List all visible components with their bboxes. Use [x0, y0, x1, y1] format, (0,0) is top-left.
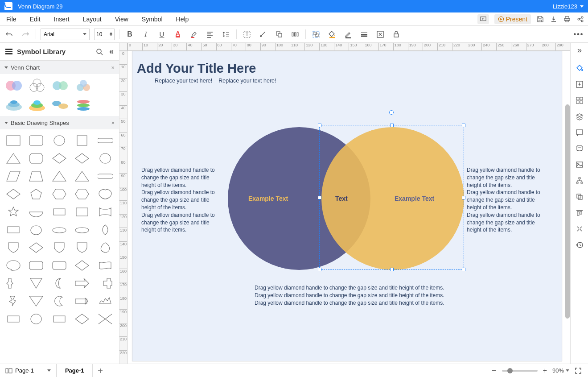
zoom-out-button[interactable]: −	[492, 366, 497, 375]
shape-thumb[interactable]	[27, 152, 45, 165]
subtitle-2[interactable]: Replace your text here!	[218, 78, 276, 84]
shape-thumb[interactable]	[73, 223, 91, 236]
menu-file[interactable]: File	[6, 16, 16, 23]
font-color-button[interactable]: A	[172, 29, 184, 40]
shape-thumb[interactable]	[50, 241, 68, 254]
resize-handle[interactable]	[462, 268, 465, 271]
fullscreen-button[interactable]	[575, 367, 582, 374]
resize-handle[interactable]	[318, 124, 321, 127]
shape-thumb[interactable]	[73, 241, 91, 254]
venn-shape[interactable]	[51, 97, 70, 112]
menu-symbol[interactable]: Symbol	[142, 16, 163, 23]
clear-format-button[interactable]	[374, 29, 386, 40]
shape-thumb[interactable]	[4, 152, 22, 165]
resize-handle[interactable]	[462, 196, 465, 199]
shape-thumb[interactable]	[50, 134, 68, 147]
shape-thumb[interactable]	[50, 259, 68, 272]
venn-shape[interactable]	[74, 97, 93, 112]
fill-button[interactable]	[326, 29, 338, 40]
line-color-button[interactable]	[342, 29, 354, 40]
shape-thumb[interactable]	[73, 294, 91, 308]
zoom-select[interactable]: 90%	[552, 367, 569, 374]
lock-button[interactable]	[391, 29, 402, 40]
align-panel-button[interactable]	[575, 208, 584, 218]
shape-thumb[interactable]	[96, 294, 114, 308]
shape-thumb[interactable]	[4, 170, 22, 183]
venn-shape[interactable]	[4, 97, 23, 112]
shape-thumb[interactable]	[27, 223, 45, 236]
shape-thumb[interactable]	[73, 277, 91, 290]
shape-thumb[interactable]	[4, 187, 22, 201]
panel-venn-header[interactable]: Venn Chart ×	[0, 61, 119, 74]
scrollbar-vertical[interactable]	[564, 51, 570, 364]
tab-page-1[interactable]: Page-1	[57, 364, 93, 377]
position-button[interactable]	[273, 29, 285, 40]
comment-panel-button[interactable]	[575, 128, 584, 137]
shape-thumb[interactable]	[96, 241, 114, 254]
pages-icon[interactable]	[5, 368, 12, 374]
page-select[interactable]: Page-1	[15, 367, 51, 374]
menu-edit[interactable]: Edit	[30, 16, 41, 23]
shape-thumb[interactable]	[73, 134, 91, 147]
shape-thumb[interactable]	[96, 223, 114, 236]
menu-layout[interactable]: Layout	[83, 16, 102, 23]
label-left[interactable]: Example Text	[248, 195, 288, 202]
resize-handle[interactable]	[318, 196, 321, 199]
shape-thumb[interactable]	[27, 241, 45, 254]
layers-panel-button[interactable]	[575, 112, 584, 121]
shape-thumb[interactable]	[4, 312, 22, 326]
shape-thumb[interactable]	[27, 277, 45, 290]
zoom-slider[interactable]	[502, 370, 538, 372]
shape-thumb[interactable]	[50, 170, 68, 183]
shape-thumb[interactable]	[27, 312, 45, 326]
shape-thumb[interactable]	[4, 277, 22, 290]
data-panel-button[interactable]	[575, 144, 584, 153]
shape-thumb[interactable]	[73, 259, 91, 272]
zoom-in-button[interactable]: +	[543, 367, 547, 375]
close-icon[interactable]: ×	[111, 120, 115, 126]
shape-thumb[interactable]	[73, 170, 91, 183]
shape-thumb[interactable]	[27, 294, 45, 308]
font-size-select[interactable]: 10	[94, 29, 115, 40]
export-panel-button[interactable]	[575, 79, 584, 89]
history-panel-button[interactable]	[575, 240, 584, 250]
more-button[interactable]: •••	[573, 29, 584, 40]
distribute-button[interactable]	[289, 29, 301, 40]
text-tool-button[interactable]: T	[241, 29, 253, 40]
shape-thumb[interactable]	[50, 294, 68, 308]
shape-thumb[interactable]	[96, 170, 114, 183]
menu-help[interactable]: Help	[176, 16, 189, 23]
venn-shape[interactable]	[51, 79, 70, 93]
bold-button[interactable]: B	[124, 29, 136, 40]
shape-thumb[interactable]	[96, 312, 114, 326]
close-icon[interactable]: ×	[111, 64, 115, 71]
description-left[interactable]: Drag yellow diamond handle to change the…	[141, 166, 222, 234]
user-menu[interactable]: Lizzie123	[553, 3, 584, 10]
page-title[interactable]: Add Your Title Here	[132, 51, 562, 78]
present-button[interactable]: Present	[494, 14, 531, 24]
print-button[interactable]	[563, 15, 571, 23]
line-spacing-button[interactable]	[220, 29, 232, 40]
undo-button[interactable]	[4, 29, 15, 40]
venn-shape[interactable]	[28, 79, 46, 93]
slideshow-button[interactable]	[477, 14, 489, 24]
image-panel-button[interactable]	[575, 160, 584, 170]
grid-panel-button[interactable]	[575, 95, 584, 105]
add-page-button[interactable]	[93, 368, 108, 374]
shape-thumb[interactable]	[27, 187, 45, 201]
collapse-right-icon[interactable]	[575, 46, 584, 57]
shape-thumb[interactable]	[4, 134, 22, 147]
font-select[interactable]: Arial	[41, 29, 90, 40]
shape-thumb[interactable]	[96, 259, 114, 272]
download-button[interactable]	[550, 15, 558, 23]
redo-button[interactable]	[20, 29, 31, 40]
shape-thumb[interactable]	[96, 277, 114, 290]
description-right[interactable]: Drag yellow diamond handle to change the…	[467, 166, 547, 234]
venn-shape[interactable]	[28, 97, 46, 112]
search-icon[interactable]	[96, 48, 103, 55]
shape-thumb[interactable]	[50, 205, 68, 219]
description-bottom[interactable]: Drag yellow diamond handle to change the…	[255, 284, 444, 307]
panel-basic-header[interactable]: Basic Drawing Shapes ×	[0, 116, 119, 129]
shape-thumb[interactable]	[50, 223, 68, 236]
shape-thumb[interactable]	[4, 223, 22, 236]
